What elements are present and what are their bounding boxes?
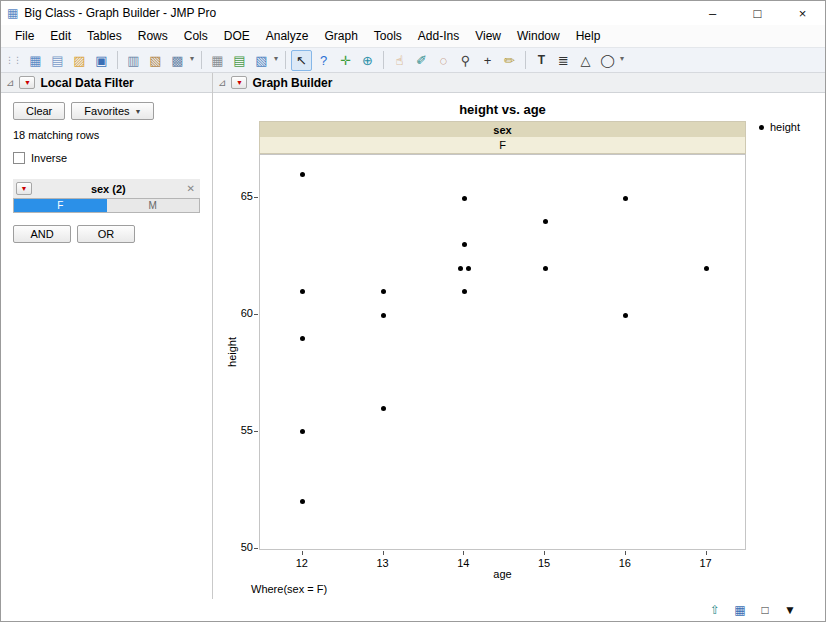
copy-table-icon[interactable]: ▩ (167, 50, 188, 71)
scatter-point[interactable] (543, 219, 548, 224)
lasso-tool-icon[interactable]: ◌ (433, 50, 454, 71)
data-table-status-icon[interactable]: ▦ (731, 602, 749, 619)
menu-edit[interactable]: Edit (42, 26, 79, 46)
filter-level-f[interactable]: F (14, 199, 107, 212)
layout-icon[interactable]: ▦ (207, 50, 228, 71)
column-group-header[interactable]: sex (259, 121, 746, 138)
scatter-point[interactable] (458, 266, 463, 271)
maximize-button[interactable]: □ (735, 1, 780, 25)
toolbar-separator (383, 51, 384, 69)
menu-view[interactable]: View (467, 26, 509, 46)
polygon-tool-icon[interactable]: △ (575, 50, 596, 71)
minimize-button[interactable]: – (690, 1, 735, 25)
magnifier-tool-icon[interactable]: ⚲ (455, 50, 476, 71)
collapse-triangle-icon[interactable]: ⊿ (218, 77, 226, 88)
scatter-point[interactable] (300, 336, 305, 341)
y-axis-tick (254, 197, 258, 198)
status-dropdown-icon[interactable]: ▼ (781, 602, 799, 619)
toolbar-overflow-icon[interactable]: ▾ (190, 54, 194, 63)
journal-add-icon[interactable]: ▤ (229, 50, 250, 71)
scatter-point[interactable] (300, 172, 305, 177)
filter-panel-title: Local Data Filter (40, 76, 133, 90)
grabber-tool-icon[interactable]: ☝ (389, 50, 410, 71)
filter-body: Clear Favorites ▼ 18 matching rows Inver… (1, 93, 212, 261)
favorites-button[interactable]: Favorites ▼ (71, 102, 154, 120)
or-button[interactable]: OR (77, 225, 135, 243)
new-data-table-icon[interactable]: ▦ (25, 50, 46, 71)
scatter-point[interactable] (466, 266, 471, 271)
menu-cols[interactable]: Cols (176, 26, 216, 46)
brush-tool-icon[interactable]: ✐ (411, 50, 432, 71)
scatter-point[interactable] (623, 313, 628, 318)
and-button[interactable]: AND (13, 225, 71, 243)
scatter-point[interactable] (462, 196, 467, 201)
menu-graph[interactable]: Graph (316, 26, 365, 46)
empty-box-icon[interactable]: □ (756, 602, 774, 619)
copy-icon[interactable]: ▥ (123, 50, 144, 71)
scatter-point[interactable] (543, 266, 548, 271)
red-triangle-menu-icon[interactable]: ▼ (231, 76, 247, 89)
menu-doe[interactable]: DOE (216, 26, 258, 46)
menu-file[interactable]: File (7, 26, 42, 46)
scatter-point[interactable] (623, 196, 628, 201)
annotate-tool-icon[interactable]: ✏ (499, 50, 520, 71)
scatter-point[interactable] (462, 242, 467, 247)
toolbar-overflow-icon[interactable]: ▾ (620, 54, 624, 63)
menu-help[interactable]: Help (568, 26, 609, 46)
scatter-point[interactable] (381, 406, 386, 411)
menu-addins[interactable]: Add-Ins (410, 26, 467, 46)
collapse-triangle-icon[interactable]: ⊿ (6, 77, 14, 88)
arrow-tool-icon[interactable]: ↖ (291, 50, 312, 71)
toolbar-separator (285, 51, 286, 69)
close-icon[interactable]: ✕ (185, 183, 197, 194)
globe-tool-icon[interactable]: ⊕ (357, 50, 378, 71)
menu-tables[interactable]: Tables (79, 26, 130, 46)
menu-analyze[interactable]: Analyze (258, 26, 317, 46)
legend-label: height (770, 121, 800, 133)
oval-tool-icon[interactable]: ◯ (597, 50, 618, 71)
scatter-point[interactable] (462, 289, 467, 294)
favorites-label: Favorites (84, 105, 129, 117)
app-window: ▦ Big Class - Graph Builder - JMP Pro – … (0, 0, 826, 622)
filter-level-m[interactable]: M (107, 199, 200, 212)
sex-filter-group: ▼ sex (2) ✕ FM (13, 179, 200, 213)
script-window-icon[interactable]: ▧ (251, 50, 272, 71)
menu-window[interactable]: Window (509, 26, 568, 46)
lines-tool-icon[interactable]: ≣ (553, 50, 574, 71)
toolbar-grip-icon[interactable]: ⋮⋮ (5, 55, 21, 65)
window-title: Big Class - Graph Builder - JMP Pro (24, 6, 216, 20)
up-arrow-icon[interactable]: ⇧ (706, 602, 724, 619)
help-tool-icon[interactable]: ? (313, 50, 334, 71)
clear-button[interactable]: Clear (13, 102, 65, 120)
window-controls: – □ × (690, 1, 825, 25)
toolbar-overflow-icon[interactable]: ▾ (274, 54, 278, 63)
column-group-value[interactable]: F (259, 137, 746, 154)
text-tool-icon[interactable]: T (531, 50, 552, 71)
save-icon[interactable]: ▣ (91, 50, 112, 71)
scatter-point[interactable] (704, 266, 709, 271)
menu-rows[interactable]: Rows (130, 26, 176, 46)
close-button[interactable]: × (780, 1, 825, 25)
y-axis-title: height (226, 337, 238, 367)
open-icon[interactable]: ▨ (69, 50, 90, 71)
scatter-point[interactable] (381, 289, 386, 294)
red-triangle-menu-icon[interactable]: ▼ (16, 182, 32, 195)
x-axis-tick (302, 551, 303, 555)
paste-icon[interactable]: ▧ (145, 50, 166, 71)
legend-item[interactable]: height (759, 121, 800, 133)
scatter-point[interactable] (300, 499, 305, 504)
inverse-checkbox[interactable] (13, 152, 25, 164)
menu-tools[interactable]: Tools (366, 26, 410, 46)
plot-area[interactable] (259, 154, 746, 550)
scatter-point[interactable] (300, 289, 305, 294)
crosshair-tool-icon[interactable]: ✛ (335, 50, 356, 71)
scatter-point[interactable] (300, 429, 305, 434)
plus-tool-icon[interactable]: + (477, 50, 498, 71)
legend-marker-icon (759, 125, 764, 130)
y-axis-tick (254, 548, 258, 549)
red-triangle-menu-icon[interactable]: ▼ (19, 76, 35, 89)
new-journal-icon[interactable]: ▤ (47, 50, 68, 71)
scatter-point[interactable] (381, 313, 386, 318)
x-axis-tick (383, 551, 384, 555)
x-axis-title: age (259, 568, 746, 580)
